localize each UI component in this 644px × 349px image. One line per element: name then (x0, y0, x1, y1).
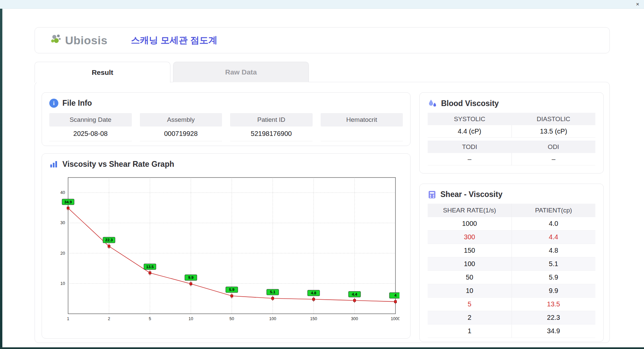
shear-table-cell: 150 (428, 244, 512, 257)
app-window: × Ubiosis 스캐닝 모세관 점도계 ResultRaw Data i F… (0, 0, 644, 349)
file-info-field-assembly: Assembly000719928 (140, 113, 222, 141)
shear-table-row: 3004.4 (428, 231, 595, 244)
shear-table-cell: 22.3 (512, 311, 596, 324)
svg-text:100: 100 (269, 316, 276, 321)
viscosity-chart: 102030401251050100150300100034.922.313.5… (54, 173, 399, 327)
droplets-icon (428, 99, 437, 108)
svg-text:150: 150 (310, 316, 317, 321)
svg-text:5: 5 (149, 316, 151, 321)
svg-text:4: 4 (394, 293, 397, 297)
shear-table-cell: 5.9 (512, 271, 596, 284)
logo-text: Ubiosis (65, 34, 107, 47)
svg-text:40: 40 (60, 190, 65, 195)
file-info-field-scanning-date: Scanning Date2025-08-08 (49, 113, 132, 141)
blood-viscosity-pair: TODIODI–– (428, 141, 595, 165)
bv-header-diastolic: DIASTOLIC (512, 113, 595, 125)
svg-text:2: 2 (108, 316, 110, 321)
shear-table-cell: 100 (428, 257, 512, 270)
bv-value: 4.4 (cP) (428, 125, 512, 138)
graph-title: Viscosity vs Shear Rate Graph (62, 160, 174, 169)
shear-viscosity-title: Shear - Viscosity (440, 190, 502, 199)
ubiosis-logo: Ubiosis (50, 34, 107, 47)
shear-viscosity-header: Shear - Viscosity (428, 190, 595, 199)
shear-table-cell: 1000 (428, 217, 512, 230)
shear-table-row: 134.9 (428, 325, 595, 338)
graph-header: Viscosity vs Shear Rate Graph (49, 160, 403, 169)
file-info-field-patient-id: Patient ID52198176900 (230, 113, 313, 141)
shear-table-cell: 9.9 (512, 284, 596, 297)
chart-wrap: 102030401251050100150300100034.922.313.5… (54, 173, 403, 329)
window-title-bar: × (0, 0, 644, 9)
blood-viscosity-title: Blood Viscosity (441, 99, 499, 108)
blood-viscosity-card: Blood Viscosity SYSTOLICDIASTOLIC4.4 (cP… (419, 92, 604, 173)
close-icon[interactable]: × (636, 1, 639, 8)
svg-text:5.9: 5.9 (229, 288, 234, 292)
file-info-field-hematocrit: Hematocrit (321, 113, 403, 141)
shear-table-row: 1005.1 (428, 257, 595, 271)
shear-table-cell: 50 (428, 271, 512, 284)
svg-text:1000: 1000 (391, 316, 399, 321)
field-label: Scanning Date (49, 113, 132, 127)
field-value (321, 127, 403, 141)
svg-text:10: 10 (60, 281, 65, 286)
calculator-icon (428, 190, 436, 199)
shear-table: SHEAR RATE(1/s)PATIENT(cp) 10004.03004.4… (428, 204, 595, 338)
bar-chart-icon (49, 160, 58, 169)
shear-table-cell: 5.1 (512, 257, 596, 270)
svg-text:4.4: 4.4 (352, 292, 358, 296)
svg-text:1: 1 (67, 316, 69, 321)
shear-table-cell: 2 (428, 311, 512, 324)
shear-table-row: 222.3 (428, 311, 595, 325)
shear-table-row: 10004.0 (428, 217, 595, 231)
shear-table-cell: 34.9 (512, 325, 596, 338)
file-info-header: i File Info (49, 99, 403, 108)
svg-text:50: 50 (229, 316, 234, 321)
shear-table-row: 505.9 (428, 271, 595, 284)
field-value: 52198176900 (230, 127, 313, 141)
blood-viscosity-header: Blood Viscosity (428, 99, 595, 108)
shear-table-cell: 13.5 (512, 298, 596, 311)
shear-table-row: 109.9 (428, 284, 595, 298)
blood-viscosity-grid: SYSTOLICDIASTOLIC4.4 (cP)13.5 (cP)TODIOD… (428, 113, 595, 165)
file-info-card: i File Info Scanning Date2025-08-08Assem… (42, 92, 411, 146)
svg-text:20: 20 (60, 251, 65, 256)
shear-column-header: PATIENT(cp) (512, 204, 596, 217)
shear-table-cell: 1 (428, 325, 512, 338)
svg-text:22.3: 22.3 (105, 238, 113, 242)
svg-text:5.1: 5.1 (270, 290, 276, 294)
page-title: 스캐닝 모세관 점도계 (131, 34, 217, 46)
shear-table-cell: 4.0 (512, 217, 596, 230)
svg-text:34.9: 34.9 (64, 200, 72, 204)
file-info-fields: Scanning Date2025-08-08Assembly000719928… (49, 113, 403, 141)
field-label: Patient ID (230, 113, 313, 127)
field-label: Hematocrit (321, 113, 403, 127)
field-label: Assembly (140, 113, 222, 127)
shear-table-cell: 300 (428, 231, 512, 244)
logo-dots-icon (50, 34, 62, 47)
bv-value: – (512, 153, 596, 165)
svg-text:13.5: 13.5 (146, 265, 154, 269)
svg-text:30: 30 (60, 220, 65, 225)
field-value: 2025-08-08 (49, 127, 132, 141)
svg-text:4.8: 4.8 (311, 291, 317, 295)
app-header: Ubiosis 스캐닝 모세관 점도계 (35, 27, 610, 53)
bv-value: – (428, 153, 512, 165)
file-info-title: File Info (62, 99, 92, 108)
shear-viscosity-card: Shear - Viscosity SHEAR RATE(1/s)PATIENT… (419, 184, 604, 342)
window-left-edge (0, 0, 2, 349)
shear-table-cell: 4.8 (512, 244, 596, 257)
svg-text:300: 300 (351, 316, 358, 321)
svg-text:9.9: 9.9 (188, 276, 194, 280)
shear-table-header: SHEAR RATE(1/s)PATIENT(cp) (428, 204, 595, 217)
shear-table-body: 10004.03004.41504.81005.1505.9109.9513.5… (428, 217, 595, 338)
window-bottom-edge (0, 347, 644, 349)
content-panel: i File Info Scanning Date2025-08-08Assem… (35, 82, 610, 343)
shear-table-cell: 10 (428, 284, 512, 297)
shear-table-row: 1504.8 (428, 244, 595, 257)
tab-result[interactable]: Result (35, 62, 170, 83)
svg-text:10: 10 (189, 316, 193, 321)
blood-viscosity-pair: SYSTOLICDIASTOLIC4.4 (cP)13.5 (cP) (428, 113, 595, 138)
bv-header-odi: ODI (512, 141, 595, 153)
info-icon: i (49, 99, 58, 108)
tab-raw-data[interactable]: Raw Data (173, 62, 309, 82)
